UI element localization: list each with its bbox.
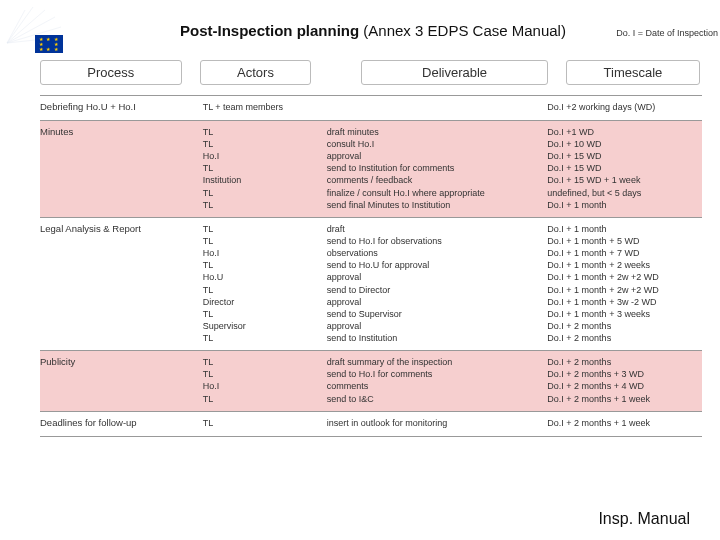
table-row: Legal Analysis & ReportTLTLHo.ITLHo.UTLD… [40,217,702,350]
header-timescale: Timescale [566,60,700,85]
cell-deliverable: insert in outlook for monitoring [327,417,548,430]
eu-flag: ★ ★ ★★ ★★ ★ ★ [35,35,63,53]
cell-process: Deadlines for follow-up [40,417,203,430]
header-process: Process [40,60,182,85]
cell-timescale: Do.I + 1 monthDo.I + 1 month + 5 WDDo.I … [547,223,702,344]
title-rest: (Annex 3 EDPS Case Manual) [359,22,566,39]
cell-process: Legal Analysis & Report [40,223,203,344]
cell-timescale: Do.I +1 WDDo.I + 10 WDDo.I + 15 WDDo.I +… [547,126,702,211]
header-deliverable: Deliverable [361,60,548,85]
cell-actors: TLTLHo.ITL [203,356,327,405]
cell-deliverable: draft minutesconsult Ho.Iapprovalsend to… [327,126,548,211]
cell-timescale: Do.I + 2 months + 1 week [547,417,702,430]
cell-actors: TLTLHo.ITLInstitutionTLTL [203,126,327,211]
table-row: Deadlines for follow-upTLinsert in outlo… [40,411,702,437]
cell-deliverable: draft summary of the inspectionsend to H… [327,356,548,405]
page-title: Post-Inspection planning (Annex 3 EDPS C… [180,22,566,39]
cell-process: Publicity [40,356,203,405]
cell-deliverable [327,101,548,114]
title-bold: Post-Inspection planning [180,22,359,39]
eu-logo: ★ ★ ★★ ★★ ★ ★ [5,5,80,55]
footer-label: Insp. Manual [598,510,690,528]
cell-deliverable: draftsend to Ho.I for observationsobserv… [327,223,548,344]
column-headers: Process Actors Deliverable Timescale [40,60,700,85]
table-row: MinutesTLTLHo.ITLInstitutionTLTLdraft mi… [40,120,702,217]
cell-process: Minutes [40,126,203,211]
header-actors: Actors [200,60,312,85]
cell-actors: TL + team members [203,101,327,114]
cell-actors: TLTLHo.ITLHo.UTLDirectorTLSupervisorTL [203,223,327,344]
planning-table: Debriefing Ho.U + Ho.ITL + team membersD… [40,95,702,437]
cell-actors: TL [203,417,327,430]
table-row: Debriefing Ho.U + Ho.ITL + team membersD… [40,95,702,120]
cell-process: Debriefing Ho.U + Ho.I [40,101,203,114]
cell-timescale: Do.I +2 working days (WD) [547,101,702,114]
cell-timescale: Do.I + 2 monthsDo.I + 2 months + 3 WDDo.… [547,356,702,405]
doi-note: Do. I = Date of Inspection [616,28,718,38]
table-row: PublicityTLTLHo.ITLdraft summary of the … [40,350,702,411]
